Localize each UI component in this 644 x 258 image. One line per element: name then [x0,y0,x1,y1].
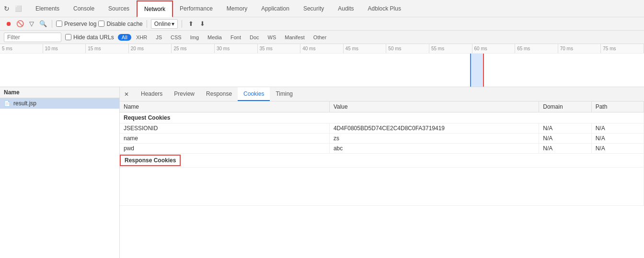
separator-3 [182,20,182,28]
table-row[interactable]: name zs N/A N/A [120,134,644,144]
toolbar: ⏺ 🚫 ▽ 🔍 Preserve log Disable cache Onlin… [0,17,644,31]
tab-network[interactable]: Network [137,0,173,17]
cell-path: N/A [591,123,644,134]
response-cookies-header: Response Cookies [120,154,644,168]
filter-icon[interactable]: ▽ [27,19,36,29]
tab-bar: ↻ ⬜ Elements Console Sources Network Per… [0,0,644,17]
cell-name: name [120,134,329,144]
name-header: Name [0,87,119,98]
tab-cookies[interactable]: Cookies [238,87,270,101]
detail-tabs: ✕ Headers Preview Response Cookies Timin… [120,87,644,101]
timeline: 5 ms 10 ms 15 ms 20 ms 25 ms 30 ms 35 ms… [0,44,644,87]
tab-memory[interactable]: Memory [220,0,254,17]
hide-data-urls-checkbox[interactable] [65,34,71,40]
upload-icon[interactable]: ⬆ [186,19,196,29]
cell-value: 4D4F0805BD5D74CE2C4D8C0FA3719419 [329,123,539,134]
filter-manifest[interactable]: Manifest [281,34,309,41]
tick-60ms: 60 ms [472,44,516,53]
cell-domain: N/A [539,123,591,134]
tick-75ms: 75 ms [601,44,644,53]
cell-name: pwd [120,144,329,154]
tick-20ms: 20 ms [129,44,172,53]
filter-img[interactable]: Img [186,34,203,41]
filter-other[interactable]: Other [310,34,331,41]
disable-cache-checkbox[interactable] [98,21,104,27]
filter-ws[interactable]: WS [264,34,280,41]
filter-bar: Hide data URLs All XHR JS CSS Img Media … [0,31,644,44]
panel-icon[interactable]: ⬜ [13,4,23,13]
record-button[interactable]: ⏺ [4,19,13,29]
download-icon[interactable]: ⬇ [197,19,207,29]
tab-application[interactable]: Application [254,0,297,17]
table-row[interactable]: pwd abc N/A N/A [120,144,644,154]
tick-10ms: 10 ms [43,44,86,53]
response-cookies-label: Response Cookies [120,155,181,166]
cell-path: N/A [591,144,644,154]
col-domain: Domain [539,101,591,112]
cell-name: JSESSIONID [120,123,329,134]
col-path: Path [591,101,644,112]
filter-all[interactable]: All [118,34,131,41]
tab-response[interactable]: Response [200,87,238,101]
rotate-icon[interactable]: ↻ [2,4,12,13]
filter-font[interactable]: Font [227,34,245,41]
filter-js[interactable]: JS [152,34,166,41]
tick-65ms: 65 ms [515,44,558,53]
hide-data-urls-label[interactable]: Hide data URLs [65,34,114,41]
main-layout: Name 📄 result.jsp ✕ Headers Preview Resp… [0,87,644,258]
tab-audits[interactable]: Audits [331,0,361,17]
tab-sources[interactable]: Sources [102,0,137,17]
filter-doc[interactable]: Doc [246,34,263,41]
filter-css[interactable]: CSS [167,34,185,41]
tick-55ms: 55 ms [429,44,472,53]
timeline-area [0,54,644,87]
tick-25ms: 25 ms [172,44,215,53]
tick-15ms: 15 ms [86,44,129,53]
timeline-red-marker [483,54,484,87]
tab-security[interactable]: Security [297,0,331,17]
tick-35ms: 35 ms [258,44,301,53]
preserve-log-checkbox[interactable] [56,21,62,27]
tick-30ms: 30 ms [215,44,258,53]
cell-value: zs [329,134,539,144]
online-dropdown[interactable]: Online ▾ [151,19,178,29]
filter-media[interactable]: Media [204,34,226,41]
table-header-row: Name Value Domain Path [120,101,644,112]
chevron-down-icon: ▾ [172,21,174,27]
filter-input[interactable] [4,33,61,42]
tick-50ms: 50 ms [386,44,429,53]
separator-1 [52,20,52,28]
close-detail-button[interactable]: ✕ [122,90,131,99]
disable-cache-label[interactable]: Disable cache [98,21,142,27]
cell-domain: N/A [539,144,591,154]
tick-40ms: 40 ms [300,44,344,53]
table-row[interactable]: JSESSIONID 4D4F0805BD5D74CE2C4D8C0FA3719… [120,123,644,134]
col-value: Value [329,101,539,112]
filter-xhr[interactable]: XHR [132,34,151,41]
clear-button[interactable]: 🚫 [15,19,25,29]
separator-2 [147,20,147,28]
cell-value: abc [329,144,539,154]
tab-elements[interactable]: Elements [29,0,67,17]
tick-70ms: 70 ms [558,44,601,53]
tick-5ms: 5 ms [0,44,43,53]
left-panel: Name 📄 result.jsp [0,87,120,258]
tab-adblock[interactable]: Adblock Plus [361,0,408,17]
cell-domain: N/A [539,134,591,144]
request-cookies-header: Request Cookies [120,112,644,123]
search-icon[interactable]: 🔍 [38,19,48,29]
tab-console[interactable]: Console [67,0,102,17]
tab-headers[interactable]: Headers [135,87,168,101]
timeline-ruler: 5 ms 10 ms 15 ms 20 ms 25 ms 30 ms 35 ms… [0,44,644,54]
cookies-data-table: Name Value Domain Path Request Cookies J… [120,101,644,206]
right-panel: ✕ Headers Preview Response Cookies Timin… [120,87,644,258]
network-item-result[interactable]: 📄 result.jsp [0,98,119,109]
cookies-table: Name Value Domain Path Request Cookies J… [120,101,644,258]
col-name: Name [120,101,329,112]
file-icon: 📄 [4,101,11,107]
tab-preview[interactable]: Preview [168,87,200,101]
timeline-blue-line [470,54,483,87]
preserve-log-label[interactable]: Preserve log [56,21,96,27]
tab-performance[interactable]: Performance [173,0,220,17]
tab-timing[interactable]: Timing [270,87,299,101]
